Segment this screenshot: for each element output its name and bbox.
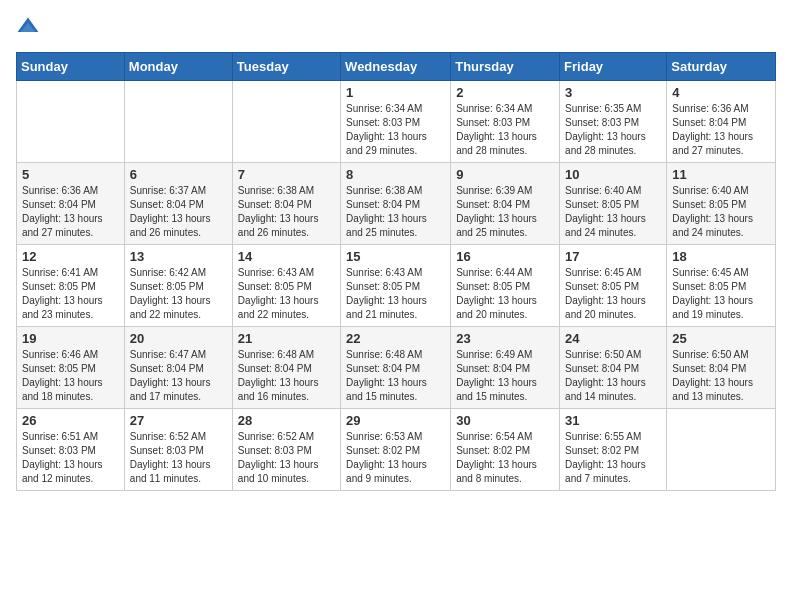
day-number: 4 <box>672 85 770 100</box>
week-row-5: 26Sunrise: 6:51 AMSunset: 8:03 PMDayligh… <box>17 409 776 491</box>
day-info: Sunrise: 6:43 AMSunset: 8:05 PMDaylight:… <box>346 266 445 322</box>
day-info: Sunrise: 6:51 AMSunset: 8:03 PMDaylight:… <box>22 430 119 486</box>
day-info: Sunrise: 6:50 AMSunset: 8:04 PMDaylight:… <box>672 348 770 404</box>
calendar-cell: 5Sunrise: 6:36 AMSunset: 8:04 PMDaylight… <box>17 163 125 245</box>
day-number: 3 <box>565 85 661 100</box>
day-info: Sunrise: 6:40 AMSunset: 8:05 PMDaylight:… <box>565 184 661 240</box>
calendar-cell <box>667 409 776 491</box>
calendar-cell: 9Sunrise: 6:39 AMSunset: 8:04 PMDaylight… <box>451 163 560 245</box>
calendar-cell: 22Sunrise: 6:48 AMSunset: 8:04 PMDayligh… <box>341 327 451 409</box>
day-number: 18 <box>672 249 770 264</box>
day-info: Sunrise: 6:36 AMSunset: 8:04 PMDaylight:… <box>22 184 119 240</box>
day-number: 9 <box>456 167 554 182</box>
calendar-cell: 28Sunrise: 6:52 AMSunset: 8:03 PMDayligh… <box>232 409 340 491</box>
calendar-cell <box>17 81 125 163</box>
calendar-cell: 14Sunrise: 6:43 AMSunset: 8:05 PMDayligh… <box>232 245 340 327</box>
day-number: 26 <box>22 413 119 428</box>
day-info: Sunrise: 6:34 AMSunset: 8:03 PMDaylight:… <box>456 102 554 158</box>
day-number: 25 <box>672 331 770 346</box>
day-info: Sunrise: 6:39 AMSunset: 8:04 PMDaylight:… <box>456 184 554 240</box>
calendar-cell <box>232 81 340 163</box>
day-info: Sunrise: 6:48 AMSunset: 8:04 PMDaylight:… <box>238 348 335 404</box>
day-info: Sunrise: 6:38 AMSunset: 8:04 PMDaylight:… <box>346 184 445 240</box>
day-info: Sunrise: 6:42 AMSunset: 8:05 PMDaylight:… <box>130 266 227 322</box>
day-number: 13 <box>130 249 227 264</box>
calendar-cell: 12Sunrise: 6:41 AMSunset: 8:05 PMDayligh… <box>17 245 125 327</box>
day-info: Sunrise: 6:47 AMSunset: 8:04 PMDaylight:… <box>130 348 227 404</box>
day-info: Sunrise: 6:45 AMSunset: 8:05 PMDaylight:… <box>672 266 770 322</box>
calendar-cell: 6Sunrise: 6:37 AMSunset: 8:04 PMDaylight… <box>124 163 232 245</box>
logo <box>16 16 44 40</box>
day-info: Sunrise: 6:35 AMSunset: 8:03 PMDaylight:… <box>565 102 661 158</box>
calendar-cell: 18Sunrise: 6:45 AMSunset: 8:05 PMDayligh… <box>667 245 776 327</box>
week-row-1: 1Sunrise: 6:34 AMSunset: 8:03 PMDaylight… <box>17 81 776 163</box>
day-info: Sunrise: 6:45 AMSunset: 8:05 PMDaylight:… <box>565 266 661 322</box>
day-info: Sunrise: 6:43 AMSunset: 8:05 PMDaylight:… <box>238 266 335 322</box>
calendar-cell: 24Sunrise: 6:50 AMSunset: 8:04 PMDayligh… <box>560 327 667 409</box>
day-header-sunday: Sunday <box>17 53 125 81</box>
calendar-cell: 13Sunrise: 6:42 AMSunset: 8:05 PMDayligh… <box>124 245 232 327</box>
day-header-friday: Friday <box>560 53 667 81</box>
day-info: Sunrise: 6:54 AMSunset: 8:02 PMDaylight:… <box>456 430 554 486</box>
day-info: Sunrise: 6:34 AMSunset: 8:03 PMDaylight:… <box>346 102 445 158</box>
day-info: Sunrise: 6:37 AMSunset: 8:04 PMDaylight:… <box>130 184 227 240</box>
day-number: 29 <box>346 413 445 428</box>
calendar-cell: 23Sunrise: 6:49 AMSunset: 8:04 PMDayligh… <box>451 327 560 409</box>
calendar-cell: 4Sunrise: 6:36 AMSunset: 8:04 PMDaylight… <box>667 81 776 163</box>
day-number: 16 <box>456 249 554 264</box>
day-number: 5 <box>22 167 119 182</box>
day-number: 6 <box>130 167 227 182</box>
day-number: 27 <box>130 413 227 428</box>
calendar-cell: 26Sunrise: 6:51 AMSunset: 8:03 PMDayligh… <box>17 409 125 491</box>
calendar-cell <box>124 81 232 163</box>
logo-icon <box>16 16 40 40</box>
calendar-cell: 29Sunrise: 6:53 AMSunset: 8:02 PMDayligh… <box>341 409 451 491</box>
calendar-cell: 7Sunrise: 6:38 AMSunset: 8:04 PMDaylight… <box>232 163 340 245</box>
calendar-cell: 27Sunrise: 6:52 AMSunset: 8:03 PMDayligh… <box>124 409 232 491</box>
day-headers-row: SundayMondayTuesdayWednesdayThursdayFrid… <box>17 53 776 81</box>
day-info: Sunrise: 6:52 AMSunset: 8:03 PMDaylight:… <box>238 430 335 486</box>
day-header-monday: Monday <box>124 53 232 81</box>
day-number: 31 <box>565 413 661 428</box>
calendar-cell: 30Sunrise: 6:54 AMSunset: 8:02 PMDayligh… <box>451 409 560 491</box>
calendar-cell: 19Sunrise: 6:46 AMSunset: 8:05 PMDayligh… <box>17 327 125 409</box>
page-header <box>16 16 776 40</box>
day-number: 22 <box>346 331 445 346</box>
calendar-cell: 15Sunrise: 6:43 AMSunset: 8:05 PMDayligh… <box>341 245 451 327</box>
day-number: 21 <box>238 331 335 346</box>
week-row-4: 19Sunrise: 6:46 AMSunset: 8:05 PMDayligh… <box>17 327 776 409</box>
day-number: 24 <box>565 331 661 346</box>
day-header-thursday: Thursday <box>451 53 560 81</box>
day-number: 10 <box>565 167 661 182</box>
day-number: 23 <box>456 331 554 346</box>
day-info: Sunrise: 6:38 AMSunset: 8:04 PMDaylight:… <box>238 184 335 240</box>
day-info: Sunrise: 6:41 AMSunset: 8:05 PMDaylight:… <box>22 266 119 322</box>
day-number: 19 <box>22 331 119 346</box>
day-number: 2 <box>456 85 554 100</box>
day-info: Sunrise: 6:46 AMSunset: 8:05 PMDaylight:… <box>22 348 119 404</box>
calendar-cell: 3Sunrise: 6:35 AMSunset: 8:03 PMDaylight… <box>560 81 667 163</box>
calendar-cell: 25Sunrise: 6:50 AMSunset: 8:04 PMDayligh… <box>667 327 776 409</box>
calendar-table: SundayMondayTuesdayWednesdayThursdayFrid… <box>16 52 776 491</box>
calendar-cell: 16Sunrise: 6:44 AMSunset: 8:05 PMDayligh… <box>451 245 560 327</box>
day-number: 15 <box>346 249 445 264</box>
calendar-cell: 11Sunrise: 6:40 AMSunset: 8:05 PMDayligh… <box>667 163 776 245</box>
calendar-cell: 17Sunrise: 6:45 AMSunset: 8:05 PMDayligh… <box>560 245 667 327</box>
day-number: 1 <box>346 85 445 100</box>
day-info: Sunrise: 6:53 AMSunset: 8:02 PMDaylight:… <box>346 430 445 486</box>
calendar-cell: 1Sunrise: 6:34 AMSunset: 8:03 PMDaylight… <box>341 81 451 163</box>
day-number: 20 <box>130 331 227 346</box>
day-number: 8 <box>346 167 445 182</box>
day-number: 30 <box>456 413 554 428</box>
day-info: Sunrise: 6:50 AMSunset: 8:04 PMDaylight:… <box>565 348 661 404</box>
calendar-cell: 10Sunrise: 6:40 AMSunset: 8:05 PMDayligh… <box>560 163 667 245</box>
day-info: Sunrise: 6:49 AMSunset: 8:04 PMDaylight:… <box>456 348 554 404</box>
day-number: 11 <box>672 167 770 182</box>
calendar-cell: 8Sunrise: 6:38 AMSunset: 8:04 PMDaylight… <box>341 163 451 245</box>
day-number: 12 <box>22 249 119 264</box>
day-header-wednesday: Wednesday <box>341 53 451 81</box>
day-info: Sunrise: 6:36 AMSunset: 8:04 PMDaylight:… <box>672 102 770 158</box>
day-info: Sunrise: 6:48 AMSunset: 8:04 PMDaylight:… <box>346 348 445 404</box>
day-info: Sunrise: 6:55 AMSunset: 8:02 PMDaylight:… <box>565 430 661 486</box>
day-number: 28 <box>238 413 335 428</box>
